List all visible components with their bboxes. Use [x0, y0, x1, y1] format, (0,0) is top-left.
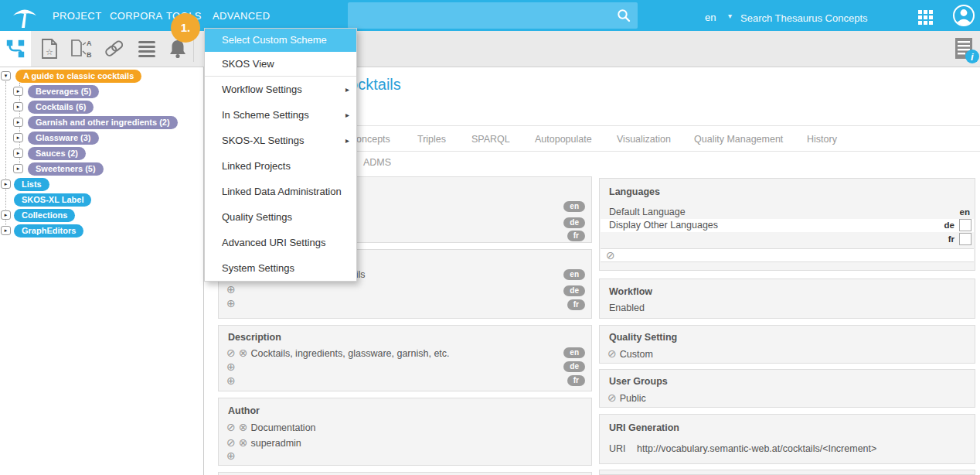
document-ab-icon: A B — [70, 39, 92, 59]
tree-item-sauces[interactable]: Sauces (2) — [28, 147, 86, 160]
svg-text:B: B — [87, 51, 92, 59]
project-info-button[interactable]: i — [954, 36, 977, 63]
tree-toggle[interactable]: ▸ — [13, 149, 23, 158]
remove-icon[interactable]: ⊗ — [239, 421, 248, 433]
panel-header: URI Generation — [609, 422, 679, 433]
add-icon[interactable]: ⊕ — [226, 375, 236, 386]
menu-project[interactable]: PROJECT — [53, 10, 101, 22]
add-icon[interactable]: ⊕ — [226, 450, 236, 461]
author-value: Documentation — [250, 422, 315, 433]
next-panel-edge — [218, 472, 592, 475]
edit-icon[interactable]: ⊘ — [606, 250, 615, 261]
tab-sparql[interactable]: SPARQL — [471, 126, 510, 152]
tree-toggle[interactable]: ▸ — [13, 133, 23, 142]
lang-badge-de: de — [563, 285, 585, 296]
tree-toggle[interactable]: ▸ — [1, 226, 11, 235]
lang-badge-fr: fr — [567, 231, 585, 241]
menu-item-advanced-uri-settings[interactable]: Advanced URI Settings — [205, 230, 356, 255]
tree-toggle[interactable]: ▸ — [13, 102, 23, 111]
menu-item-linked-data-administration[interactable]: Linked Data Administration — [205, 179, 356, 204]
tree-item-lists[interactable]: Lists — [14, 178, 49, 191]
tab-triples[interactable]: Triples — [417, 126, 446, 152]
tab-visualization[interactable]: Visualization — [617, 126, 671, 152]
link-button[interactable] — [99, 31, 130, 67]
menu-item-select-custom-scheme[interactable]: Select Custom Scheme — [205, 29, 356, 52]
document-star-button[interactable]: ☆ — [34, 31, 65, 67]
menu-item-linked-projects[interactable]: Linked Projects — [205, 153, 356, 179]
user-groups-panel: User Groups ⊘Public — [599, 369, 975, 408]
tree-item-sweeteners[interactable]: Sweeteners (5) — [28, 162, 104, 176]
author-row: ⊘⊗Documentation — [226, 420, 316, 434]
menu-item-system-settings[interactable]: System Settings — [205, 255, 356, 281]
edit-icon[interactable]: ⊘ — [607, 347, 617, 360]
tree-view-button[interactable] — [0, 31, 31, 67]
panel-header: Languages — [609, 186, 660, 197]
tree-toggle[interactable]: ▸ — [13, 164, 23, 173]
list-button[interactable] — [131, 31, 162, 67]
tree-item-glassware[interactable]: Glassware (3) — [28, 132, 99, 145]
menu-corpora[interactable]: CORPORA — [110, 10, 163, 22]
lang-badge-de: de — [563, 361, 585, 372]
edit-row — [601, 248, 974, 262]
quality-setting-panel: Quality Setting ⊘Custom — [599, 325, 975, 364]
tree-guide-line — [5, 81, 6, 230]
tree-toggle-root[interactable]: ▾ — [1, 71, 11, 80]
edit-icon[interactable]: ⊘ — [226, 347, 236, 359]
tree-root-project[interactable]: A guide to classic cocktails — [15, 70, 141, 83]
panel-header: Quality Setting — [609, 332, 677, 343]
menu-item-skos-xl-settings[interactable]: SKOS-XL Settings▸ — [205, 128, 356, 153]
menu-advanced[interactable]: ADVANCED — [213, 10, 270, 22]
link-icon — [104, 39, 125, 59]
menu-item-in-scheme-settings[interactable]: In Scheme Settings▸ — [205, 102, 356, 128]
tree-item-cocktails[interactable]: Cocktails (6) — [28, 101, 94, 114]
search-icon[interactable] — [617, 9, 631, 22]
chevron-down-icon[interactable]: ▾ — [728, 12, 732, 20]
add-icon[interactable]: ⊕ — [226, 361, 236, 372]
tree-item-skos-xl-label[interactable]: SKOS-XL Label — [14, 193, 91, 207]
lang-badge-en: en — [563, 269, 585, 280]
language-checkbox-de[interactable] — [959, 219, 971, 231]
tree-toggle[interactable]: ▸ — [1, 210, 11, 220]
lang-badge-fr: fr — [567, 375, 585, 386]
uri-value: http://vocabulary.semantic-web.at/cockta… — [637, 443, 876, 454]
panel-header: Author — [228, 405, 260, 416]
tab-autopopulate[interactable]: Autopopulate — [535, 126, 592, 152]
language-code-fr: fr — [948, 234, 954, 244]
poolparty-logo-icon[interactable] — [10, 3, 39, 29]
tab-quality-management[interactable]: Quality Management — [694, 126, 783, 152]
tree-item-beverages[interactable]: Beverages (5) — [28, 85, 99, 98]
edit-icon[interactable]: ⊘ — [607, 391, 617, 404]
tree-toggle[interactable]: ▸ — [1, 179, 11, 189]
edit-icon[interactable]: ⊘ — [226, 436, 236, 449]
user-groups-value-row: ⊘Public — [607, 391, 646, 405]
add-icon[interactable]: ⊕ — [226, 298, 236, 309]
tree-item-garnish[interactable]: Garnish and other ingredients (2) — [28, 116, 178, 129]
lang-badge-en: en — [563, 347, 585, 358]
remove-icon[interactable]: ⊗ — [239, 436, 248, 449]
tree-toggle[interactable]: ▸ — [13, 118, 23, 127]
search-language-selector[interactable]: en — [705, 12, 716, 23]
lang-badge-de: de — [563, 217, 585, 228]
svg-text:A: A — [87, 39, 92, 47]
language-checkbox-fr[interactable] — [959, 233, 971, 245]
uri-label: URI — [609, 443, 626, 454]
apps-grid-icon[interactable] — [918, 10, 936, 28]
menu-item-workflow-settings[interactable]: Workflow Settings▸ — [205, 77, 356, 102]
tree-toggle[interactable]: ▸ — [13, 87, 23, 96]
document-star-icon: ☆ — [40, 38, 59, 60]
advanced-menu-dropdown: Select Custom Scheme SKOS View Workflow … — [204, 28, 357, 282]
tree-item-collections[interactable]: Collections — [14, 209, 75, 222]
lang-badge-fr: fr — [567, 299, 585, 310]
description-value-row: ⊘⊗Cocktails, ingredients, glassware, gar… — [226, 346, 450, 360]
remove-icon[interactable]: ⊗ — [239, 347, 248, 359]
user-account-icon[interactable] — [952, 4, 975, 27]
edit-icon[interactable]: ⊘ — [226, 421, 236, 433]
tab-adms[interactable]: ADMS — [363, 157, 391, 168]
svg-text:☆: ☆ — [46, 47, 53, 56]
classification-button[interactable]: A B — [66, 31, 97, 67]
add-icon[interactable]: ⊕ — [226, 284, 236, 295]
tree-item-grapheditors[interactable]: GraphEditors — [14, 224, 83, 238]
tab-history[interactable]: History — [807, 126, 837, 152]
menu-item-quality-settings[interactable]: Quality Settings — [205, 204, 356, 230]
menu-item-skos-view[interactable]: SKOS View — [205, 52, 356, 76]
